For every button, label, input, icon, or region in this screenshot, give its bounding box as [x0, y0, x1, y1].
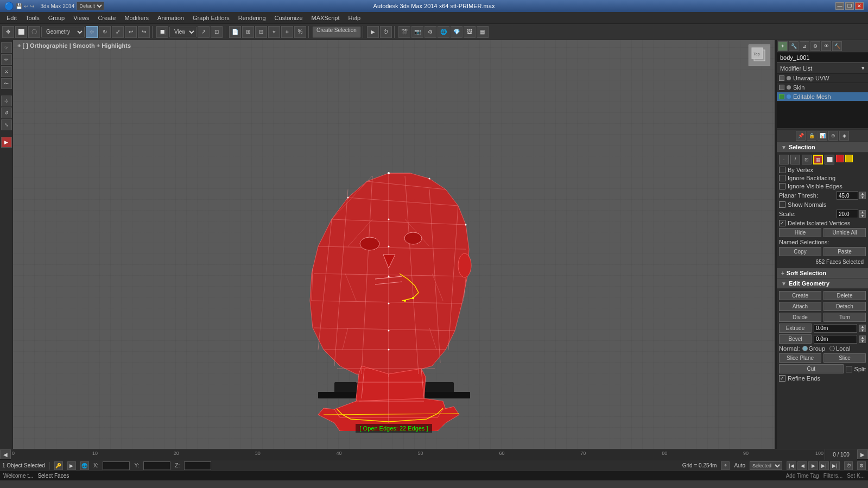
- lt-select-btn[interactable]: ☞: [1, 42, 12, 53]
- lt-knife-btn[interactable]: ⚔: [1, 66, 12, 77]
- refine-ends-checkbox[interactable]: [779, 375, 785, 382]
- ignore-backfacing-checkbox[interactable]: [779, 175, 785, 181]
- view-dropdown[interactable]: View: [169, 27, 197, 37]
- menu-customize[interactable]: Customize: [270, 12, 307, 23]
- menu-maxscript[interactable]: MAXScript: [307, 12, 344, 23]
- rp-hierarchy-icon[interactable]: ⊿: [800, 41, 809, 51]
- paste-button[interactable]: Paste: [823, 247, 866, 256]
- bevel-button[interactable]: Bevel: [779, 334, 812, 344]
- rp-wire-icon[interactable]: ⊕: [828, 131, 838, 141]
- edge-mode-icon[interactable]: /: [790, 155, 800, 164]
- delete-isolated-checkbox[interactable]: [779, 220, 785, 226]
- select-region-btn[interactable]: ⬜: [15, 26, 27, 38]
- batch-render-btn[interactable]: ▦: [477, 26, 489, 38]
- align-btn[interactable]: ⊡: [211, 26, 223, 38]
- unhide-all-button[interactable]: Unhide All: [823, 228, 866, 237]
- extrude-down[interactable]: ▼: [859, 328, 866, 332]
- play-btn[interactable]: ▶: [808, 461, 818, 470]
- extrude-button[interactable]: Extrude: [779, 324, 812, 333]
- scale-btn[interactable]: ⤢: [112, 26, 124, 38]
- lt-scale2-btn[interactable]: ⤡: [1, 119, 12, 130]
- angsnap-btn[interactable]: ⌗: [281, 26, 293, 38]
- border-mode-icon[interactable]: ⊡: [802, 155, 812, 164]
- show-normals-checkbox[interactable]: [779, 201, 785, 208]
- menu-create[interactable]: Create: [93, 12, 120, 23]
- hide-button[interactable]: Hide: [779, 228, 821, 237]
- move-btn[interactable]: ⊹: [86, 26, 98, 38]
- planar-thresh-down[interactable]: ▼: [859, 195, 866, 199]
- rp-pin-icon[interactable]: 📌: [796, 131, 806, 141]
- modifier-unwrap-uvw[interactable]: Unwrap UVW: [777, 74, 868, 83]
- array-btn[interactable]: ⊟: [255, 26, 267, 38]
- planar-thresh-up[interactable]: ▲: [859, 192, 866, 195]
- render-scene-btn[interactable]: 🎬: [398, 26, 410, 38]
- time-config-btn[interactable]: ⏱: [380, 26, 392, 38]
- menu-group[interactable]: Group: [44, 12, 69, 23]
- anim-mode-btn[interactable]: ▶: [367, 26, 379, 38]
- delete-button[interactable]: Delete: [823, 291, 866, 300]
- rp-track-icon[interactable]: 📊: [818, 131, 827, 141]
- split-checkbox[interactable]: [846, 366, 852, 372]
- mirror-btn[interactable]: ⊞: [242, 26, 254, 38]
- detach-button[interactable]: Detach: [823, 302, 866, 311]
- rp-modify-icon[interactable]: 🔧: [789, 41, 799, 51]
- rp-utilities-icon[interactable]: 🔨: [832, 41, 842, 51]
- face-mode-icon[interactable]: ▦: [813, 155, 823, 164]
- modifier-mesh-enable-checkbox[interactable]: [779, 94, 784, 99]
- divide-button[interactable]: Divide: [779, 313, 821, 322]
- create-button[interactable]: Create: [779, 291, 821, 300]
- menu-rendering[interactable]: Rendering: [234, 12, 270, 23]
- ref-coord-btn[interactable]: ↗: [198, 26, 210, 38]
- ignore-visible-edges-checkbox[interactable]: [779, 183, 785, 189]
- bevel-up[interactable]: ▲: [859, 335, 866, 339]
- render-to-texture-btn[interactable]: 🖼: [464, 26, 476, 38]
- edit-geometry-rollout-header[interactable]: ▼ Edit Geometry: [777, 278, 868, 289]
- render-settings-btn[interactable]: ⚙: [425, 26, 436, 38]
- select-tool-btn[interactable]: ✥: [2, 26, 14, 38]
- goto-start-btn[interactable]: |◀: [787, 461, 796, 470]
- copy-button[interactable]: Copy: [779, 247, 821, 256]
- render-frame-btn[interactable]: 📷: [411, 26, 423, 38]
- rp-display-icon[interactable]: 👁: [821, 41, 831, 51]
- close-button[interactable]: ✕: [855, 2, 864, 10]
- ts-prev-arrow[interactable]: ◀: [0, 449, 11, 459]
- menu-views[interactable]: Views: [69, 12, 93, 23]
- normal-local-radio[interactable]: Local: [829, 345, 850, 352]
- select-object-btn[interactable]: 🔲: [156, 26, 168, 38]
- rp-make-unique-icon[interactable]: ◈: [839, 131, 849, 141]
- key-filter-dropdown[interactable]: Selected: [750, 461, 782, 470]
- lt-spline-btn[interactable]: 〜: [1, 78, 12, 89]
- slice-plane-button[interactable]: Slice Plane: [779, 353, 821, 363]
- modifier-unwrap-enable-checkbox[interactable]: [779, 75, 784, 81]
- scale-up[interactable]: ▲: [859, 210, 866, 214]
- vertex-mode-icon[interactable]: ·: [779, 155, 789, 164]
- lt-move2-btn[interactable]: ⊹: [1, 96, 12, 106]
- pctsnap-btn[interactable]: %: [294, 26, 306, 38]
- menu-animation[interactable]: Animation: [153, 12, 188, 23]
- lasso-btn[interactable]: 〇: [28, 26, 40, 38]
- layer-btn[interactable]: 📄: [229, 26, 241, 38]
- modifier-skin[interactable]: Skin: [777, 83, 868, 92]
- status-settings-icon[interactable]: ⚙: [857, 461, 866, 470]
- next-frame-btn[interactable]: ▶|: [819, 461, 829, 470]
- menu-modifiers[interactable]: Modifiers: [120, 12, 153, 23]
- menu-help[interactable]: Help: [344, 12, 365, 23]
- ts-next-arrow[interactable]: ▶: [857, 449, 868, 459]
- redo-btn[interactable]: ↪: [138, 26, 150, 38]
- snap-btn[interactable]: ⌖: [268, 26, 280, 38]
- extrude-up[interactable]: ▲: [859, 325, 866, 328]
- geometry-dropdown[interactable]: Geometry: [41, 27, 85, 37]
- menu-tools[interactable]: Tools: [21, 12, 44, 23]
- time-track[interactable]: 0 10 20 30 40 50 60 70 80 90 100: [11, 449, 825, 460]
- menu-edit[interactable]: Edit: [2, 12, 21, 23]
- soft-selection-rollout-header[interactable]: + Soft Selection: [777, 268, 868, 278]
- menu-graph-editors[interactable]: Graph Editors: [188, 12, 234, 23]
- modifier-list-arrow[interactable]: ▾: [861, 65, 865, 72]
- lt-rotate2-btn[interactable]: ↺: [1, 107, 12, 118]
- lt-paint-btn[interactable]: ✏: [1, 54, 12, 65]
- z-coord-input[interactable]: [184, 461, 211, 470]
- status-time-icon[interactable]: ⏱: [844, 461, 853, 470]
- attach-button[interactable]: Attach: [779, 302, 821, 311]
- rp-motion-icon[interactable]: ⚙: [810, 41, 820, 51]
- minimize-button[interactable]: —: [835, 2, 844, 10]
